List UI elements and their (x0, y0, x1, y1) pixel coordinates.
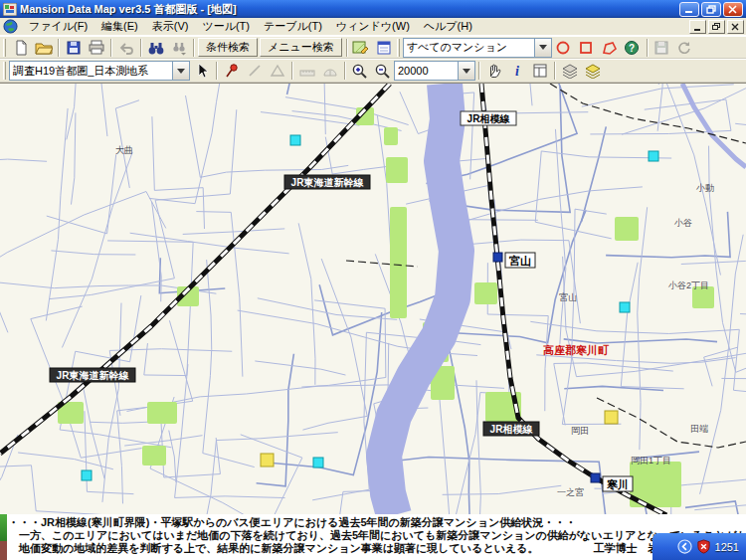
layers-gray-icon (561, 63, 579, 79)
child-close-button[interactable] (727, 20, 744, 34)
open-button[interactable] (32, 37, 55, 58)
map-canvas[interactable]: 大曲宮山小動小谷小谷2丁目岡田岡田1丁目一之宮田端JR相模線JR東海道新幹線JR… (0, 83, 746, 514)
find-button[interactable] (144, 37, 167, 58)
form-icon (376, 40, 392, 56)
taskbar-clock: 1251 (715, 541, 739, 553)
menu-file[interactable]: ファイル(F) (22, 18, 94, 35)
draw-line-button[interactable] (243, 61, 266, 82)
pan-hand-button[interactable] (482, 61, 505, 82)
help-globe-icon: ? (624, 40, 640, 56)
restore-button[interactable] (701, 2, 721, 17)
child-minimize-button[interactable] (689, 20, 706, 34)
mansion-marker-yellow[interactable] (605, 411, 618, 424)
start-button-fragment[interactable] (0, 514, 7, 541)
green-area (384, 127, 398, 145)
measure-ruler-button[interactable] (295, 61, 318, 82)
find-icon (147, 40, 165, 56)
mansion-marker-cyan[interactable] (290, 135, 300, 145)
draw-rectangle-icon (578, 40, 594, 56)
station-label: 宮山 (509, 255, 531, 267)
menu-table[interactable]: テーブル(T) (257, 18, 329, 35)
window-title: Mansion Data Map ver3.5 首都圏版 - [地図] (20, 2, 679, 17)
layers-yellow-icon (584, 63, 602, 79)
map-edit-icon (352, 40, 370, 56)
annotation-panel: ・・・JR相模線(寒川町界隈)・平塚駅からのバス便エリアにおける過去5年間の新築… (8, 516, 746, 555)
menu-bar: ファイル(F) 編集(E) 表示(V) ツール(T) テーブル(T) ウィンドウ… (0, 18, 746, 36)
mansion-marker-cyan[interactable] (649, 151, 658, 161)
pushpin-button[interactable] (220, 61, 243, 82)
new-document-button[interactable] (9, 37, 32, 58)
map-edit-button[interactable] (350, 37, 373, 58)
place-label: 小谷 (673, 218, 692, 228)
combo-arrow-button[interactable] (534, 39, 551, 57)
place-label: 大曲 (115, 145, 133, 155)
child-restore-button[interactable] (708, 20, 725, 34)
mansion-marker-cyan[interactable] (620, 302, 630, 312)
find-next-icon (171, 40, 187, 56)
menu-view[interactable]: 表示(V) (145, 18, 196, 35)
dataset-combo[interactable]: 調査H19首都圏_日本測地系 (9, 61, 190, 81)
layers-button[interactable] (558, 61, 581, 82)
map-svg[interactable]: 大曲宮山小動小谷小谷2丁目岡田岡田1丁目一之宮田端JR相模線JR東海道新幹線JR… (0, 84, 746, 515)
measure-angle-button[interactable] (318, 61, 341, 82)
select-rectangle-button[interactable] (575, 37, 598, 58)
undo-button[interactable] (114, 37, 137, 58)
globe-icon (3, 19, 18, 34)
menu-help[interactable]: ヘルプ(H) (417, 18, 479, 35)
city-label: 高座郡寒川町 (543, 344, 610, 356)
help-mode-button[interactable]: ? (621, 37, 644, 58)
menu-window[interactable]: ウィンドウ(W) (329, 18, 417, 35)
layer-manager-button[interactable] (581, 61, 604, 82)
menu-edit[interactable]: 編集(E) (94, 18, 145, 35)
mansion-filter-combo[interactable]: すべてのマンション (403, 38, 552, 58)
green-area (390, 207, 407, 318)
refresh-icon (676, 40, 692, 56)
info-icon: i (509, 63, 525, 79)
print-button[interactable] (85, 37, 107, 58)
draw-triangle-button[interactable] (266, 61, 288, 82)
pan-hand-icon (486, 63, 502, 79)
select-circle-button[interactable] (552, 37, 575, 58)
zoom-in-button[interactable] (348, 61, 371, 82)
cursor-arrow-icon (194, 63, 210, 79)
attribute-window-button[interactable] (528, 61, 551, 82)
condition-search-button[interactable]: 条件検索 (198, 38, 258, 57)
security-alert-icon[interactable] (696, 539, 711, 554)
form-view-button[interactable] (373, 37, 396, 58)
scale-combo[interactable]: 20000 (394, 61, 475, 81)
save-button[interactable] (62, 37, 85, 58)
combo-arrow-button[interactable] (172, 62, 189, 80)
mansion-marker-cyan[interactable] (82, 470, 92, 480)
find-next-button[interactable] (167, 37, 190, 58)
zoom-out-button[interactable] (371, 61, 394, 82)
svg-text:?: ? (629, 43, 635, 54)
toolbar-grip[interactable] (3, 39, 6, 57)
draw-circle-icon (555, 40, 571, 56)
select-polygon-button[interactable] (598, 37, 621, 58)
hide-icons-chevron-icon[interactable] (677, 539, 692, 554)
scale-value: 20000 (395, 62, 458, 80)
place-label: 宮山 (559, 292, 577, 302)
green-area (615, 217, 639, 241)
save-selection-button[interactable] (651, 37, 673, 58)
station-marker[interactable] (493, 253, 502, 262)
station-marker[interactable] (591, 473, 600, 482)
info-button[interactable]: i (505, 61, 528, 82)
mansion-marker-yellow[interactable] (261, 454, 274, 467)
mansion-marker-cyan[interactable] (313, 458, 323, 467)
select-cursor-button[interactable] (190, 61, 213, 82)
protractor-icon (321, 63, 339, 79)
refresh-button[interactable] (673, 37, 696, 58)
menu-tools[interactable]: ツール(T) (195, 18, 257, 35)
close-button[interactable] (723, 2, 743, 17)
combo-arrow-button[interactable] (458, 62, 474, 80)
svg-text:i: i (515, 64, 519, 79)
chevron-down-icon (539, 45, 547, 54)
taskbar-fragment: 1251 (653, 533, 746, 560)
chevron-down-icon (463, 69, 470, 78)
minimize-button[interactable] (679, 2, 699, 17)
toolbar-grip[interactable] (3, 62, 6, 80)
menu-search-button[interactable]: メニュー検索 (260, 38, 342, 57)
toolbar-grip[interactable] (397, 39, 400, 57)
save-icon (66, 40, 82, 56)
